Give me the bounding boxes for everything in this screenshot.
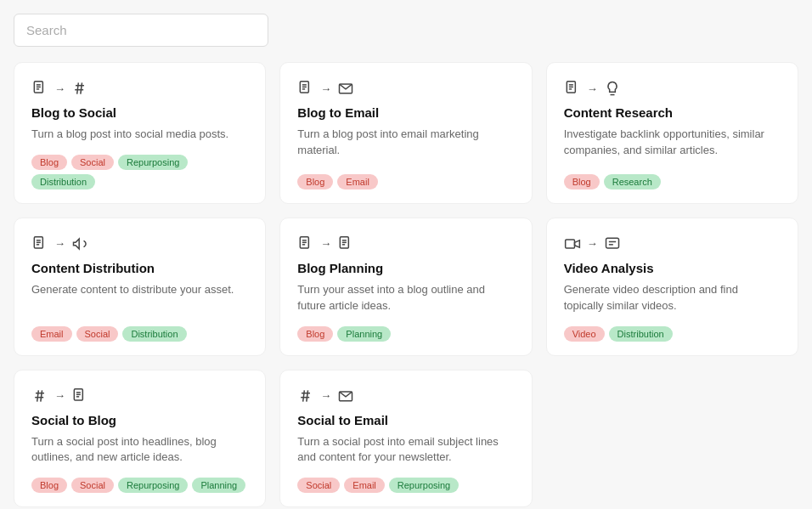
card-tags: EmailSocialDistribution: [31, 326, 248, 342]
card-title: Content Distribution: [31, 261, 248, 275]
card-icon: →: [297, 80, 514, 97]
arrow-icon: →: [587, 82, 598, 95]
card-description: Turn a blog post into email marketing ma…: [297, 127, 514, 162]
card-description: Turn your asset into a blog outline and …: [297, 282, 514, 314]
card-tags: BlogEmail: [297, 174, 514, 189]
arrow-icon: →: [587, 237, 598, 250]
card-icon: →: [564, 80, 781, 97]
tag: Blog: [31, 155, 67, 170]
card-tags: BlogPlanning: [297, 326, 514, 342]
svg-line-36: [37, 390, 39, 401]
svg-line-7: [81, 82, 82, 93]
card-title: Video Analysis: [564, 261, 781, 275]
card-description: Generate content to distribute your asse…: [31, 282, 248, 314]
card-description: Turn a blog post into social media posts…: [31, 127, 248, 143]
card-social-to-blog[interactable]: → Social to Blog Turn a social post into…: [14, 370, 266, 508]
svg-line-45: [307, 390, 308, 401]
arrow-icon: →: [54, 389, 65, 402]
tag: Repurposing: [118, 478, 188, 493]
card-social-to-email[interactable]: → Social to Email Turn a social post int…: [279, 370, 532, 508]
tag: Social: [297, 478, 340, 493]
svg-rect-29: [565, 240, 574, 248]
arrow-icon: →: [320, 389, 331, 402]
card-tags: VideoDistribution: [564, 326, 781, 342]
tag: Research: [604, 174, 661, 189]
tag: Social: [71, 478, 114, 493]
svg-line-37: [41, 390, 42, 401]
card-content-research[interactable]: → Content Research Investigate backlink …: [546, 62, 798, 204]
tag: Video: [564, 326, 605, 342]
card-title: Blog Planning: [297, 261, 514, 275]
tag: Repurposing: [118, 155, 188, 170]
card-icon: →: [297, 387, 514, 404]
arrow-icon: →: [320, 82, 331, 95]
card-tags: SocialEmailRepurposing: [297, 478, 514, 493]
arrow-icon: →: [320, 237, 331, 250]
svg-rect-31: [606, 238, 618, 248]
svg-line-6: [77, 82, 79, 93]
card-video-analysis[interactable]: → Video Analysis Generate video descript…: [546, 218, 798, 356]
card-title: Blog to Social: [31, 105, 248, 120]
card-description: Turn a social post into headlines, blog …: [31, 434, 248, 467]
card-description: Investigate backlink opportunities, simi…: [564, 127, 781, 162]
card-blog-planning[interactable]: → Blog Planning Turn your asset into a b…: [279, 218, 532, 356]
tag: Repurposing: [389, 478, 459, 493]
card-description: Turn a social post into email subject li…: [297, 434, 514, 467]
tag: Email: [344, 478, 385, 493]
tag: Email: [337, 174, 378, 189]
card-title: Content Research: [564, 105, 781, 120]
card-icon: →: [31, 387, 248, 404]
card-tags: BlogResearch: [564, 174, 781, 189]
card-blog-to-social[interactable]: → Blog to Social Turn a blog post into s…: [14, 62, 266, 204]
tag: Distribution: [31, 174, 95, 189]
card-icon: →: [31, 235, 248, 252]
cards-grid: → Blog to Social Turn a blog post into s…: [14, 62, 798, 507]
card-title: Social to Blog: [31, 413, 248, 427]
arrow-icon: →: [54, 237, 65, 250]
tag: Blog: [31, 478, 67, 493]
card-blog-to-email[interactable]: → Blog to Email Turn a blog post into em…: [279, 62, 532, 204]
tag: Distribution: [609, 326, 673, 342]
tag: Planning: [337, 326, 391, 342]
card-icon: →: [564, 235, 781, 252]
search-input[interactable]: [14, 14, 268, 47]
card-tags: BlogSocialRepurposingPlanning: [31, 478, 248, 493]
card-title: Social to Email: [297, 413, 514, 427]
card-title: Blog to Email: [297, 105, 514, 120]
card-tags: BlogSocialRepurposingDistribution: [31, 155, 248, 189]
tag: Planning: [192, 478, 245, 493]
card-icon: →: [297, 235, 514, 252]
tag: Social: [71, 155, 114, 170]
tag: Blog: [297, 326, 333, 342]
arrow-icon: →: [54, 82, 65, 95]
card-icon: →: [31, 80, 248, 97]
tag: Blog: [564, 174, 600, 189]
tag: Blog: [297, 174, 333, 189]
tag: Distribution: [122, 326, 186, 342]
svg-marker-30: [574, 240, 579, 247]
tag: Email: [31, 326, 72, 342]
card-content-distribution[interactable]: → Content Distribution Generate content …: [14, 218, 266, 356]
tag: Social: [76, 326, 119, 342]
svg-line-44: [303, 390, 305, 401]
card-description: Generate video description and find topi…: [564, 282, 781, 314]
